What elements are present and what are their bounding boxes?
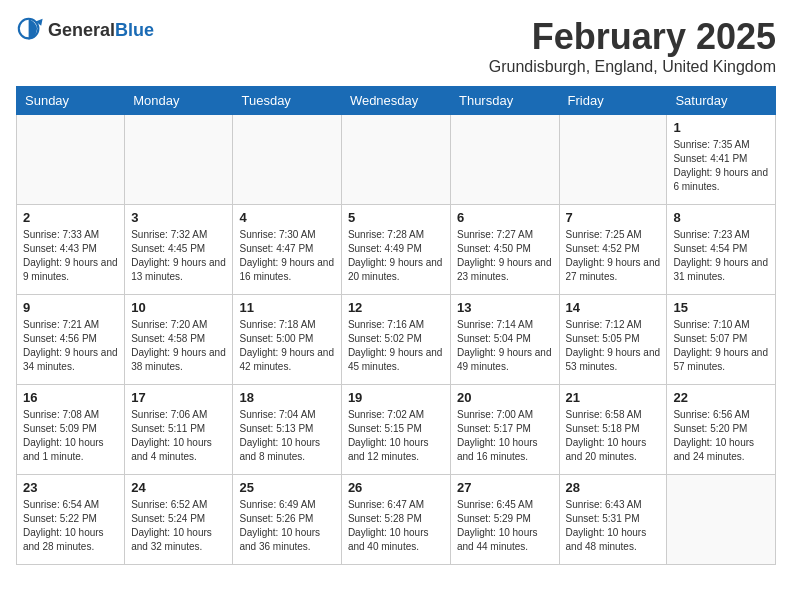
week-row-2: 9Sunrise: 7:21 AM Sunset: 4:56 PM Daylig…: [17, 295, 776, 385]
logo-blue: Blue: [115, 20, 154, 41]
calendar-cell: [17, 115, 125, 205]
calendar-cell: 1Sunrise: 7:35 AM Sunset: 4:41 PM Daylig…: [667, 115, 776, 205]
day-info: Sunrise: 7:28 AM Sunset: 4:49 PM Dayligh…: [348, 228, 444, 284]
day-number: 11: [239, 300, 334, 315]
day-info: Sunrise: 7:16 AM Sunset: 5:02 PM Dayligh…: [348, 318, 444, 374]
weekday-header-saturday: Saturday: [667, 87, 776, 115]
calendar-cell: 16Sunrise: 7:08 AM Sunset: 5:09 PM Dayli…: [17, 385, 125, 475]
calendar-table: SundayMondayTuesdayWednesdayThursdayFrid…: [16, 86, 776, 565]
weekday-header-tuesday: Tuesday: [233, 87, 341, 115]
calendar-cell: 20Sunrise: 7:00 AM Sunset: 5:17 PM Dayli…: [450, 385, 559, 475]
calendar-cell: [559, 115, 667, 205]
day-info: Sunrise: 7:00 AM Sunset: 5:17 PM Dayligh…: [457, 408, 553, 464]
weekday-header-monday: Monday: [125, 87, 233, 115]
day-number: 25: [239, 480, 334, 495]
calendar-cell: 9Sunrise: 7:21 AM Sunset: 4:56 PM Daylig…: [17, 295, 125, 385]
day-info: Sunrise: 6:45 AM Sunset: 5:29 PM Dayligh…: [457, 498, 553, 554]
day-info: Sunrise: 7:14 AM Sunset: 5:04 PM Dayligh…: [457, 318, 553, 374]
calendar-cell: [125, 115, 233, 205]
day-info: Sunrise: 6:56 AM Sunset: 5:20 PM Dayligh…: [673, 408, 769, 464]
day-number: 1: [673, 120, 769, 135]
day-number: 18: [239, 390, 334, 405]
calendar-cell: 4Sunrise: 7:30 AM Sunset: 4:47 PM Daylig…: [233, 205, 341, 295]
calendar-cell: 14Sunrise: 7:12 AM Sunset: 5:05 PM Dayli…: [559, 295, 667, 385]
week-row-3: 16Sunrise: 7:08 AM Sunset: 5:09 PM Dayli…: [17, 385, 776, 475]
day-info: Sunrise: 7:04 AM Sunset: 5:13 PM Dayligh…: [239, 408, 334, 464]
day-number: 27: [457, 480, 553, 495]
day-info: Sunrise: 7:18 AM Sunset: 5:00 PM Dayligh…: [239, 318, 334, 374]
day-number: 28: [566, 480, 661, 495]
day-info: Sunrise: 7:30 AM Sunset: 4:47 PM Dayligh…: [239, 228, 334, 284]
day-info: Sunrise: 7:02 AM Sunset: 5:15 PM Dayligh…: [348, 408, 444, 464]
logo-general: General: [48, 20, 115, 41]
calendar-cell: 18Sunrise: 7:04 AM Sunset: 5:13 PM Dayli…: [233, 385, 341, 475]
day-info: Sunrise: 6:47 AM Sunset: 5:28 PM Dayligh…: [348, 498, 444, 554]
month-title: February 2025: [489, 16, 776, 58]
day-info: Sunrise: 7:20 AM Sunset: 4:58 PM Dayligh…: [131, 318, 226, 374]
day-number: 21: [566, 390, 661, 405]
week-row-1: 2Sunrise: 7:33 AM Sunset: 4:43 PM Daylig…: [17, 205, 776, 295]
day-info: Sunrise: 7:21 AM Sunset: 4:56 PM Dayligh…: [23, 318, 118, 374]
day-number: 14: [566, 300, 661, 315]
day-number: 7: [566, 210, 661, 225]
calendar-cell: 26Sunrise: 6:47 AM Sunset: 5:28 PM Dayli…: [341, 475, 450, 565]
day-number: 3: [131, 210, 226, 225]
calendar-cell: [450, 115, 559, 205]
calendar-cell: 19Sunrise: 7:02 AM Sunset: 5:15 PM Dayli…: [341, 385, 450, 475]
day-info: Sunrise: 7:35 AM Sunset: 4:41 PM Dayligh…: [673, 138, 769, 194]
day-number: 19: [348, 390, 444, 405]
day-number: 9: [23, 300, 118, 315]
calendar-cell: 3Sunrise: 7:32 AM Sunset: 4:45 PM Daylig…: [125, 205, 233, 295]
weekday-header-thursday: Thursday: [450, 87, 559, 115]
calendar-cell: [233, 115, 341, 205]
day-info: Sunrise: 7:33 AM Sunset: 4:43 PM Dayligh…: [23, 228, 118, 284]
day-number: 13: [457, 300, 553, 315]
day-info: Sunrise: 6:58 AM Sunset: 5:18 PM Dayligh…: [566, 408, 661, 464]
weekday-header-sunday: Sunday: [17, 87, 125, 115]
day-number: 15: [673, 300, 769, 315]
day-number: 20: [457, 390, 553, 405]
day-number: 5: [348, 210, 444, 225]
day-info: Sunrise: 6:54 AM Sunset: 5:22 PM Dayligh…: [23, 498, 118, 554]
day-number: 8: [673, 210, 769, 225]
weekday-header-row: SundayMondayTuesdayWednesdayThursdayFrid…: [17, 87, 776, 115]
calendar-cell: 21Sunrise: 6:58 AM Sunset: 5:18 PM Dayli…: [559, 385, 667, 475]
day-number: 26: [348, 480, 444, 495]
day-info: Sunrise: 7:08 AM Sunset: 5:09 PM Dayligh…: [23, 408, 118, 464]
day-info: Sunrise: 6:43 AM Sunset: 5:31 PM Dayligh…: [566, 498, 661, 554]
week-row-4: 23Sunrise: 6:54 AM Sunset: 5:22 PM Dayli…: [17, 475, 776, 565]
day-number: 2: [23, 210, 118, 225]
calendar-cell: 28Sunrise: 6:43 AM Sunset: 5:31 PM Dayli…: [559, 475, 667, 565]
day-number: 16: [23, 390, 118, 405]
day-info: Sunrise: 7:23 AM Sunset: 4:54 PM Dayligh…: [673, 228, 769, 284]
calendar-cell: 7Sunrise: 7:25 AM Sunset: 4:52 PM Daylig…: [559, 205, 667, 295]
calendar-cell: 6Sunrise: 7:27 AM Sunset: 4:50 PM Daylig…: [450, 205, 559, 295]
calendar-cell: 2Sunrise: 7:33 AM Sunset: 4:43 PM Daylig…: [17, 205, 125, 295]
day-info: Sunrise: 7:27 AM Sunset: 4:50 PM Dayligh…: [457, 228, 553, 284]
calendar-cell: 23Sunrise: 6:54 AM Sunset: 5:22 PM Dayli…: [17, 475, 125, 565]
calendar-cell: 24Sunrise: 6:52 AM Sunset: 5:24 PM Dayli…: [125, 475, 233, 565]
day-info: Sunrise: 6:49 AM Sunset: 5:26 PM Dayligh…: [239, 498, 334, 554]
calendar-cell: 13Sunrise: 7:14 AM Sunset: 5:04 PM Dayli…: [450, 295, 559, 385]
calendar-cell: 8Sunrise: 7:23 AM Sunset: 4:54 PM Daylig…: [667, 205, 776, 295]
calendar-cell: 25Sunrise: 6:49 AM Sunset: 5:26 PM Dayli…: [233, 475, 341, 565]
day-number: 12: [348, 300, 444, 315]
weekday-header-wednesday: Wednesday: [341, 87, 450, 115]
day-number: 6: [457, 210, 553, 225]
calendar-cell: [667, 475, 776, 565]
day-number: 22: [673, 390, 769, 405]
day-info: Sunrise: 6:52 AM Sunset: 5:24 PM Dayligh…: [131, 498, 226, 554]
day-info: Sunrise: 7:32 AM Sunset: 4:45 PM Dayligh…: [131, 228, 226, 284]
calendar-cell: 11Sunrise: 7:18 AM Sunset: 5:00 PM Dayli…: [233, 295, 341, 385]
calendar-cell: 17Sunrise: 7:06 AM Sunset: 5:11 PM Dayli…: [125, 385, 233, 475]
day-info: Sunrise: 7:25 AM Sunset: 4:52 PM Dayligh…: [566, 228, 661, 284]
day-number: 24: [131, 480, 226, 495]
week-row-0: 1Sunrise: 7:35 AM Sunset: 4:41 PM Daylig…: [17, 115, 776, 205]
location-title: Grundisburgh, England, United Kingdom: [489, 58, 776, 76]
calendar-cell: [341, 115, 450, 205]
weekday-header-friday: Friday: [559, 87, 667, 115]
title-area: February 2025 Grundisburgh, England, Uni…: [489, 16, 776, 76]
day-number: 10: [131, 300, 226, 315]
calendar-cell: 10Sunrise: 7:20 AM Sunset: 4:58 PM Dayli…: [125, 295, 233, 385]
day-number: 4: [239, 210, 334, 225]
